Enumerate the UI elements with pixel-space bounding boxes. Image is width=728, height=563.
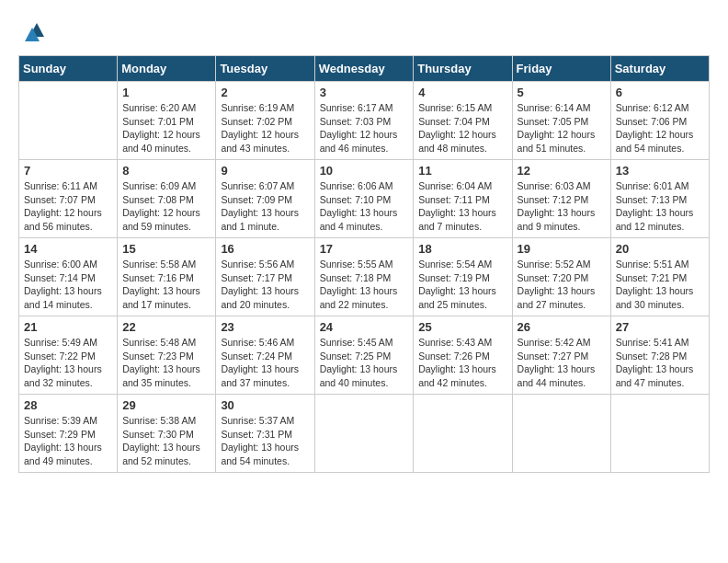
calendar-cell: 6Sunrise: 6:12 AM Sunset: 7:06 PM Daylig… (610, 82, 709, 160)
day-number: 15 (122, 242, 210, 256)
calendar-table: SundayMondayTuesdayWednesdayThursdayFrid… (18, 55, 710, 473)
calendar-cell: 1Sunrise: 6:20 AM Sunset: 7:01 PM Daylig… (118, 82, 216, 160)
day-number: 17 (320, 242, 409, 256)
day-info: Sunrise: 5:46 AM Sunset: 7:24 PM Dayligh… (221, 336, 309, 390)
calendar-week-row: 21Sunrise: 5:49 AM Sunset: 7:22 PM Dayli… (19, 316, 710, 395)
day-number: 20 (616, 242, 704, 256)
day-number: 21 (24, 320, 112, 334)
calendar-cell: 21Sunrise: 5:49 AM Sunset: 7:22 PM Dayli… (19, 316, 118, 395)
calendar-cell: 8Sunrise: 6:09 AM Sunset: 7:08 PM Daylig… (118, 160, 216, 238)
day-number: 14 (24, 242, 112, 256)
column-header-friday: Friday (512, 56, 610, 82)
day-number: 29 (122, 398, 210, 412)
calendar-cell: 17Sunrise: 5:55 AM Sunset: 7:18 PM Dayli… (314, 238, 414, 316)
day-info: Sunrise: 5:38 AM Sunset: 7:30 PM Dayligh… (122, 414, 210, 468)
day-number: 18 (418, 242, 506, 256)
calendar-cell (19, 82, 118, 160)
day-number: 9 (221, 164, 309, 178)
day-number: 5 (518, 86, 606, 99)
day-info: Sunrise: 5:43 AM Sunset: 7:26 PM Dayligh… (418, 336, 506, 390)
calendar-cell: 10Sunrise: 6:06 AM Sunset: 7:10 PM Dayli… (314, 160, 414, 238)
page-header (18, 18, 710, 46)
day-info: Sunrise: 6:03 AM Sunset: 7:12 PM Dayligh… (518, 179, 606, 234)
column-header-tuesday: Tuesday (216, 56, 314, 82)
day-number: 8 (122, 164, 210, 178)
calendar-cell: 26Sunrise: 5:42 AM Sunset: 7:27 PM Dayli… (512, 316, 610, 395)
calendar-cell (314, 395, 414, 473)
day-info: Sunrise: 6:15 AM Sunset: 7:04 PM Dayligh… (418, 101, 506, 155)
day-number: 28 (24, 398, 112, 412)
calendar-cell: 14Sunrise: 6:00 AM Sunset: 7:14 PM Dayli… (19, 238, 118, 316)
day-number: 30 (221, 398, 309, 412)
calendar-cell: 23Sunrise: 5:46 AM Sunset: 7:24 PM Dayli… (216, 316, 314, 395)
day-number: 27 (616, 320, 704, 334)
calendar-cell: 20Sunrise: 5:51 AM Sunset: 7:21 PM Dayli… (610, 238, 709, 316)
calendar-cell (610, 395, 709, 473)
logo-icon (18, 18, 46, 46)
calendar-cell: 19Sunrise: 5:52 AM Sunset: 7:20 PM Dayli… (512, 238, 610, 316)
calendar-header-row: SundayMondayTuesdayWednesdayThursdayFrid… (19, 56, 710, 82)
day-info: Sunrise: 6:19 AM Sunset: 7:02 PM Dayligh… (221, 101, 309, 155)
column-header-thursday: Thursday (414, 56, 512, 82)
logo (18, 18, 50, 46)
day-number: 25 (418, 320, 506, 334)
calendar-cell (512, 395, 610, 473)
day-number: 24 (320, 320, 409, 334)
day-info: Sunrise: 6:12 AM Sunset: 7:06 PM Dayligh… (616, 101, 704, 155)
day-info: Sunrise: 5:56 AM Sunset: 7:17 PM Dayligh… (221, 258, 309, 312)
day-info: Sunrise: 6:01 AM Sunset: 7:13 PM Dayligh… (616, 179, 704, 234)
calendar-cell: 2Sunrise: 6:19 AM Sunset: 7:02 PM Daylig… (216, 82, 314, 160)
day-info: Sunrise: 5:55 AM Sunset: 7:18 PM Dayligh… (320, 258, 409, 312)
calendar-cell: 18Sunrise: 5:54 AM Sunset: 7:19 PM Dayli… (414, 238, 512, 316)
day-number: 11 (418, 164, 506, 178)
column-header-monday: Monday (118, 56, 216, 82)
day-info: Sunrise: 5:51 AM Sunset: 7:21 PM Dayligh… (616, 258, 704, 312)
day-info: Sunrise: 5:37 AM Sunset: 7:31 PM Dayligh… (221, 414, 309, 468)
day-info: Sunrise: 6:14 AM Sunset: 7:05 PM Dayligh… (518, 101, 606, 155)
day-info: Sunrise: 5:39 AM Sunset: 7:29 PM Dayligh… (24, 414, 112, 468)
day-number: 10 (320, 164, 409, 178)
calendar-cell (414, 395, 512, 473)
column-header-sunday: Sunday (19, 56, 118, 82)
day-number: 19 (518, 242, 606, 256)
calendar-cell: 28Sunrise: 5:39 AM Sunset: 7:29 PM Dayli… (19, 395, 118, 473)
day-number: 23 (221, 320, 309, 334)
calendar-cell: 15Sunrise: 5:58 AM Sunset: 7:16 PM Dayli… (118, 238, 216, 316)
day-info: Sunrise: 5:58 AM Sunset: 7:16 PM Dayligh… (122, 258, 210, 312)
calendar-cell: 11Sunrise: 6:04 AM Sunset: 7:11 PM Dayli… (414, 160, 512, 238)
day-number: 13 (616, 164, 704, 178)
calendar-cell: 9Sunrise: 6:07 AM Sunset: 7:09 PM Daylig… (216, 160, 314, 238)
day-number: 12 (518, 164, 606, 178)
day-number: 4 (418, 86, 506, 99)
column-header-saturday: Saturday (610, 56, 709, 82)
calendar-cell: 24Sunrise: 5:45 AM Sunset: 7:25 PM Dayli… (314, 316, 414, 395)
calendar-cell: 3Sunrise: 6:17 AM Sunset: 7:03 PM Daylig… (314, 82, 414, 160)
day-info: Sunrise: 5:54 AM Sunset: 7:19 PM Dayligh… (418, 258, 506, 312)
calendar-cell: 22Sunrise: 5:48 AM Sunset: 7:23 PM Dayli… (118, 316, 216, 395)
day-number: 7 (24, 164, 112, 178)
day-number: 16 (221, 242, 309, 256)
calendar-week-row: 7Sunrise: 6:11 AM Sunset: 7:07 PM Daylig… (19, 160, 710, 238)
day-info: Sunrise: 6:06 AM Sunset: 7:10 PM Dayligh… (320, 179, 409, 234)
calendar-cell: 7Sunrise: 6:11 AM Sunset: 7:07 PM Daylig… (19, 160, 118, 238)
day-number: 26 (518, 320, 606, 334)
calendar-cell: 12Sunrise: 6:03 AM Sunset: 7:12 PM Dayli… (512, 160, 610, 238)
calendar-cell: 5Sunrise: 6:14 AM Sunset: 7:05 PM Daylig… (512, 82, 610, 160)
day-number: 3 (320, 86, 409, 99)
calendar-week-row: 14Sunrise: 6:00 AM Sunset: 7:14 PM Dayli… (19, 238, 710, 316)
calendar-week-row: 28Sunrise: 5:39 AM Sunset: 7:29 PM Dayli… (19, 395, 710, 473)
day-info: Sunrise: 6:17 AM Sunset: 7:03 PM Dayligh… (320, 101, 409, 155)
calendar-cell: 4Sunrise: 6:15 AM Sunset: 7:04 PM Daylig… (414, 82, 512, 160)
day-info: Sunrise: 5:41 AM Sunset: 7:28 PM Dayligh… (616, 336, 704, 390)
calendar-cell: 13Sunrise: 6:01 AM Sunset: 7:13 PM Dayli… (610, 160, 709, 238)
calendar-cell: 25Sunrise: 5:43 AM Sunset: 7:26 PM Dayli… (414, 316, 512, 395)
day-info: Sunrise: 6:04 AM Sunset: 7:11 PM Dayligh… (418, 179, 506, 234)
day-number: 1 (122, 86, 210, 99)
day-info: Sunrise: 6:09 AM Sunset: 7:08 PM Dayligh… (122, 179, 210, 234)
day-info: Sunrise: 5:49 AM Sunset: 7:22 PM Dayligh… (24, 336, 112, 390)
calendar-cell: 29Sunrise: 5:38 AM Sunset: 7:30 PM Dayli… (118, 395, 216, 473)
column-header-wednesday: Wednesday (314, 56, 414, 82)
day-number: 6 (616, 86, 704, 99)
calendar-week-row: 1Sunrise: 6:20 AM Sunset: 7:01 PM Daylig… (19, 82, 710, 160)
calendar-cell: 30Sunrise: 5:37 AM Sunset: 7:31 PM Dayli… (216, 395, 314, 473)
